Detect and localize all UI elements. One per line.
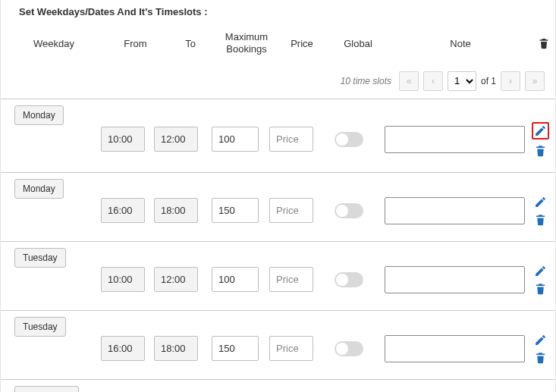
table-row: Wednesday (1, 379, 555, 393)
to-input[interactable] (154, 267, 198, 292)
edit-button[interactable] (532, 122, 549, 140)
note-input[interactable] (385, 126, 525, 153)
table-header: Weekday From To Maximum Bookings Price G… (1, 27, 555, 67)
pager-page-select[interactable]: 1 (448, 71, 476, 91)
to-input[interactable] (154, 127, 198, 152)
table-row: Monday (1, 99, 555, 172)
price-input[interactable] (269, 127, 313, 152)
edit-button[interactable] (534, 334, 547, 347)
note-input[interactable] (385, 197, 525, 224)
global-toggle[interactable] (335, 341, 363, 356)
global-toggle[interactable] (335, 203, 363, 218)
delete-button[interactable] (534, 213, 547, 226)
to-input[interactable] (154, 336, 198, 361)
max-bookings-input[interactable] (212, 267, 259, 292)
table-row: Tuesday (1, 310, 555, 379)
from-input[interactable] (101, 336, 145, 361)
header-note: Note (388, 38, 532, 49)
delete-button[interactable] (534, 282, 547, 295)
pager-last[interactable]: » (525, 71, 545, 91)
pager-prev[interactable]: ‹ (423, 71, 443, 91)
max-bookings-input[interactable] (212, 198, 259, 223)
price-input[interactable] (269, 267, 313, 292)
max-bookings-input[interactable] (212, 127, 259, 152)
pager-first[interactable]: « (399, 71, 419, 91)
header-global: Global (328, 38, 388, 49)
to-input[interactable] (154, 198, 198, 223)
global-toggle[interactable] (335, 132, 363, 147)
header-price: Price (276, 38, 328, 49)
weekday-chip[interactable]: Monday (14, 105, 64, 125)
header-delete-all[interactable] (532, 37, 555, 49)
from-input[interactable] (101, 198, 145, 223)
edit-button[interactable] (534, 196, 547, 209)
global-toggle[interactable] (335, 272, 363, 287)
max-bookings-input[interactable] (212, 336, 259, 361)
delete-button[interactable] (534, 351, 547, 364)
header-to: To (164, 38, 217, 49)
note-input[interactable] (385, 266, 525, 293)
from-input[interactable] (101, 267, 145, 292)
note-input[interactable] (385, 335, 525, 362)
weekday-chip[interactable]: Tuesday (14, 248, 66, 268)
pager-next[interactable]: › (501, 71, 520, 91)
page-title: Set Weekdays/Dates And It's Timeslots : (1, 0, 555, 27)
header-weekday: Weekday (1, 38, 107, 49)
pager: 10 time slots « ‹ 1 of 1 › » (1, 67, 555, 99)
weekday-chip[interactable]: Wednesday (14, 386, 79, 393)
header-from: From (107, 38, 164, 49)
weekday-chip[interactable]: Tuesday (14, 317, 66, 337)
header-max-bookings: Maximum Bookings (217, 31, 276, 56)
pager-of: of 1 (481, 76, 496, 86)
pager-info: 10 time slots (341, 76, 391, 86)
weekday-chip[interactable]: Monday (14, 179, 64, 199)
price-input[interactable] (269, 336, 313, 361)
from-input[interactable] (101, 127, 145, 152)
table-row: Monday (1, 172, 555, 241)
price-input[interactable] (269, 198, 313, 223)
delete-button[interactable] (534, 144, 547, 157)
table-row: Tuesday (1, 241, 555, 310)
edit-button[interactable] (534, 265, 547, 278)
trash-icon (538, 37, 550, 49)
